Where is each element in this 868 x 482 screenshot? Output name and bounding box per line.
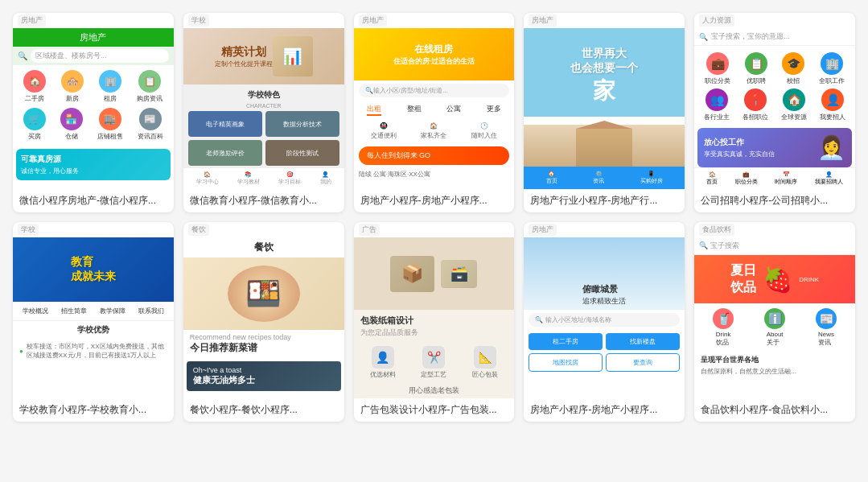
card-tag-1: 房地产 (13, 13, 174, 28)
app7-food-img: 🍱 (183, 257, 344, 330)
app2-bottom-nav: 🏠学习中心 📚学习教材 🎯学习目标 👤我的 (183, 167, 344, 189)
app10-header: 🔍 宝子搜索 (694, 237, 855, 255)
app5-icons2: 👥 各行业主 📍 各招职位 🏠 全球资源 👤 我要招人 (694, 89, 855, 125)
card-grid: 房地产 房地产 🔍 区域楼盘、楼栋房号... 🏠 二手房 🏘️ 新房 🏢 租 (13, 13, 855, 422)
app8-subtitle: 用心感选老包装 (354, 382, 515, 398)
card-tag-7: 餐饮 (183, 222, 344, 237)
search-icon-app5: 🔍 (699, 33, 708, 41)
card-tag-8: 广告 (354, 222, 515, 237)
app2-features: 电子精英画象 数据分析技术 老师激励评价 阶段性测试 (183, 111, 344, 166)
card-school-2[interactable]: 学校 教育成就未来 学校概况 招生简章 教学保障 联系我们 学校优势 ● 校车接… (13, 222, 174, 422)
app6-adv: ● 校车接送：市区均可，XX区域内免费接送，其他区域接送费XX元/月，目前已有接… (13, 339, 174, 363)
card2-label: 微信教育小程序-微信教育小... (183, 189, 344, 212)
card-hr-1[interactable]: 人力资源 🔍 宝子搜索，宝你的意愿... 💼 职位分类 📋 优职聘 🎓 校招 (694, 13, 855, 212)
card-real-estate-1[interactable]: 房地产 房地产 🔍 区域楼盘、楼栋房号... 🏠 二手房 🏘️ 新房 🏢 租 (13, 13, 174, 212)
app3-search: 🔍 输入小区/房型/地址/街道... (359, 84, 510, 97)
app3-tabs: 出租 整租 公寓 更多 (354, 101, 515, 119)
card4-label: 房地产行业小程序-房地产行... (524, 189, 685, 212)
app5-header: 🔍 宝子搜索，宝你的意愿... (694, 28, 855, 46)
app4-sky: 世界再大 也会想要一个 家 (524, 28, 685, 125)
card-real-estate-3[interactable]: 房地产 世界再大 也会想要一个 家 精品楼盘 小区 车库 🏠首 (524, 13, 685, 212)
card10-label: 食品饮料小程序-食品饮料小... (694, 398, 855, 422)
app8-title: 包装纸箱设计为您定品品质服务 (354, 310, 515, 343)
app1-banner: 可靠真房源 诚信专业，用心服务 (16, 149, 171, 180)
card-tag-2: 学校 (183, 13, 344, 28)
app4-bottom-nav: 🏠首页 ⚙️资讯 📱买购好房 (524, 167, 685, 189)
app9-search: 🔍 输入小区地址/海域名称 (529, 313, 680, 327)
app9-hero: 俯瞰城景追求精致生活 (524, 237, 685, 310)
app1-icons: 🏠 二手房 🏘️ 新房 🏢 租房 📋 购房资讯 (13, 65, 174, 108)
card-tag-6: 学校 (13, 222, 174, 237)
app3-features: 🚇交通便利 🏠家私齐全 🕐随时入住 (354, 119, 515, 143)
app4-house (524, 125, 685, 173)
app1-header: 房地产 (13, 28, 174, 47)
card-tag-9: 房地产 (524, 222, 685, 237)
card-real-estate-4[interactable]: 房地产 俯瞰城景追求精致生活 🔍 输入小区地址/海域名称 租二手房 找新楼盘 地… (524, 222, 685, 422)
app1-icon-buy: 🛒 (23, 108, 46, 130)
app1-icon-shop: 🏬 (99, 108, 121, 130)
app7-recommend: Recommend new recipes today 今日推荐新菜谱 (183, 330, 344, 358)
search-icon: 🔍 (18, 51, 27, 60)
app9-btns: 租二手房 找新楼盘 (524, 330, 685, 353)
card-school-1[interactable]: 学校 精英计划 定制个性化提升课程 📊 学校特色CHARACTER 电子精英画象… (183, 13, 344, 212)
app5-icons1: 💼 职位分类 📋 优职聘 🎓 校招 🏢 全职工作 (694, 46, 855, 89)
card-tag-4: 房地产 (524, 13, 685, 28)
card-ad-1[interactable]: 广告 📦 🗃️ 包装纸箱设计为您定品品质服务 👤 优选材料 ✂️ 定型工艺 📐 (354, 222, 515, 422)
app3-hero: 在线租房 住适合的房·过适合的生活 (354, 28, 515, 80)
app1-icons2: 🛒 买房 🏪 仓储 🏬 店铺租售 📰 资讯百科 (13, 108, 174, 146)
card1-label: 微信小程序房地产-微信小程序... (13, 189, 174, 212)
app1-icon-house: 🏠 (23, 70, 46, 93)
card7-label: 餐饮小程序-餐饮小程序... (183, 398, 344, 422)
card-food-drink-1[interactable]: 食品饮料 🔍 宝子搜索 夏日饮品 🍓 DRINK 🥤 Drink饮品 ℹ️ Ab… (694, 222, 855, 422)
app7-header: 餐饮 (183, 237, 344, 257)
search-icon-app3: 🔍 (365, 87, 373, 94)
app3-listings: 陆续 公寓·海珠区·XX公寓 (354, 168, 515, 180)
card-real-estate-2[interactable]: 房地产 在线租房 住适合的房·过适合的生活 🔍 输入小区/房型/地址/街道...… (354, 13, 515, 212)
card8-label: 广告包装设计小程序-广告包装... (354, 398, 515, 422)
app5-banner: 放心投工作 享受真实真诚，充实自信 👩‍💼 (697, 128, 852, 167)
card-tag-10: 食品饮料 (694, 222, 855, 237)
app10-icons: 🥤 Drink饮品 ℹ️ About关于 📰 News资讯 (694, 303, 855, 352)
app5-bottom-nav: 🏠首页 💼职位分类 📅时间顺序 👤我要招聘人 (694, 167, 855, 189)
card-food-1[interactable]: 餐饮 餐饮 🍱 Recommend new recipes today 今日推荐… (183, 222, 344, 422)
app1-icon-store: 🏪 (60, 108, 83, 130)
app6-section: 学校优势 (13, 321, 174, 339)
app7-toast: Oh~I've a toast 健康无油烤多士 (187, 361, 341, 391)
app10-section: 呈现平台世界各地 自然深原料，自然意义的生活融... (694, 352, 855, 379)
card9-label: 房地产小程序-房地产小程序... (524, 398, 685, 422)
app10-hero: 夏日饮品 🍓 DRINK (694, 255, 855, 303)
app3-cta: 每人住到划得来 GO (359, 146, 510, 165)
app1-icon-rent: 🏢 (99, 70, 121, 93)
card-tag-5: 人力资源 (694, 13, 855, 28)
app1-icon-new: 🏘️ (61, 70, 84, 93)
card5-label: 公司招聘小程序-公司招聘小... (694, 189, 855, 212)
app6-hero: 教育成就未来 (13, 237, 174, 302)
app1-search: 🔍 区域楼盘、楼栋房号... (13, 47, 174, 65)
app2-top-banner: 精英计划 定制个性化提升课程 📊 (183, 28, 344, 84)
app8-hero: 📦 🗃️ (354, 237, 515, 310)
app6-tabs: 学校概况 招生简章 教学保障 联系我们 (13, 302, 174, 321)
card6-label: 学校教育小程序-学校教育小... (13, 398, 174, 422)
app9-btns2: 地图找房 要查询 (524, 353, 685, 375)
app8-icons: 👤 优选材料 ✂️ 定型工艺 📐 匠心包装 (354, 343, 515, 382)
app1-icon-news: 📰 (139, 108, 162, 130)
card3-label: 房地产小程序-房地产小程序... (354, 189, 515, 212)
card-tag-3: 房地产 (354, 13, 515, 28)
app1-icon-info: 📋 (138, 70, 161, 93)
